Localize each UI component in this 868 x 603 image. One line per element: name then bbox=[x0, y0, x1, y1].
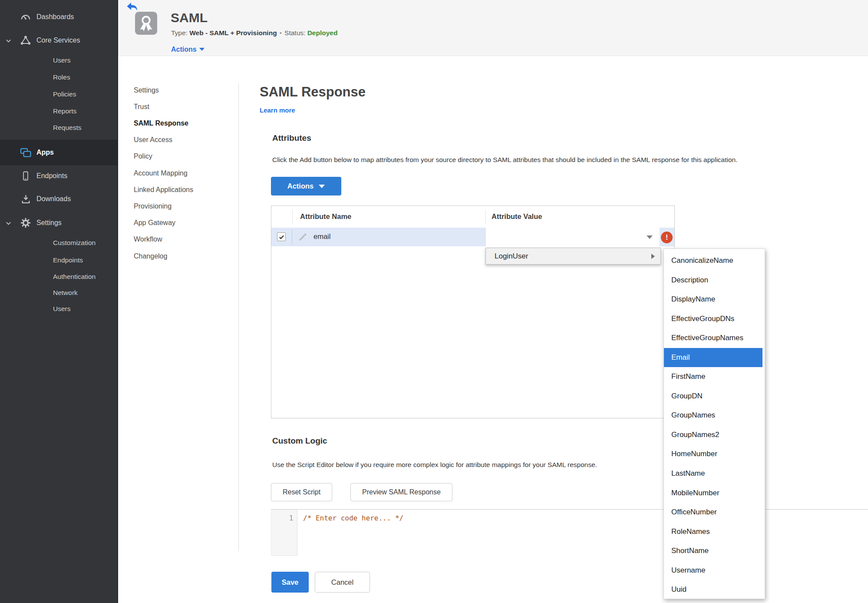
custom-logic-description: Use the Script Editor below if you requi… bbox=[272, 461, 597, 469]
menu-item-label: LoginUser bbox=[495, 252, 528, 261]
subnav-changelog[interactable]: Changelog bbox=[134, 252, 167, 261]
smartphone-icon bbox=[19, 170, 32, 182]
sidebar-label: Dashboards bbox=[36, 13, 74, 21]
submenu-item-mobilenumber[interactable]: MobileNumber bbox=[664, 484, 762, 503]
editor-gutter: 1 bbox=[271, 510, 297, 556]
column-divider bbox=[292, 209, 293, 224]
error-icon: ! bbox=[661, 232, 673, 243]
value-submenu: CanonicalizeNameDescriptionDisplayNameEf… bbox=[663, 248, 765, 599]
submenu-item-shortname[interactable]: ShortName bbox=[664, 541, 762, 561]
sidebar-item-customization[interactable]: Customization bbox=[0, 236, 117, 249]
submenu-item-groupdn[interactable]: GroupDN bbox=[664, 387, 762, 406]
subnav-trust[interactable]: Trust bbox=[134, 103, 149, 111]
submenu-item-effectivegroupdns[interactable]: EffectiveGroupDNs bbox=[664, 309, 762, 329]
submenu-item-lastname[interactable]: LastName bbox=[664, 464, 762, 484]
chevron-down-icon bbox=[319, 185, 325, 188]
row-checkbox[interactable] bbox=[277, 232, 286, 241]
error-glyph: ! bbox=[666, 234, 668, 241]
submenu-item-username[interactable]: Username bbox=[664, 561, 762, 580]
sidebar-label: Endpoints bbox=[36, 172, 67, 180]
sidebar-label: Customization bbox=[53, 239, 96, 247]
sidebar-item-core-services[interactable]: Core Services bbox=[0, 33, 117, 48]
sidebar-item-settings-users[interactable]: Users bbox=[0, 302, 117, 315]
subnav-divider bbox=[238, 83, 239, 551]
page-title: SAML bbox=[171, 10, 208, 25]
chevron-down-icon[interactable] bbox=[5, 220, 13, 226]
section-title: SAML Response bbox=[260, 84, 366, 100]
sidebar-item-requests[interactable]: Requests bbox=[0, 121, 117, 134]
sidebar-item-dashboards[interactable]: Dashboards bbox=[0, 10, 117, 24]
column-divider bbox=[485, 209, 486, 224]
sidebar: Dashboards Core Services Users Roles Pol… bbox=[0, 0, 118, 603]
subnav-linked-applications[interactable]: Linked Applications bbox=[134, 186, 193, 194]
preview-saml-response-button[interactable]: Preview SAML Response bbox=[350, 483, 452, 501]
sidebar-item-roles[interactable]: Roles bbox=[0, 71, 117, 84]
subnav-user-access[interactable]: User Access bbox=[134, 136, 172, 144]
sidebar-label: Reports bbox=[53, 107, 76, 115]
script-editor[interactable]: 1 /* Enter code here... */ bbox=[271, 509, 868, 558]
attributes-actions-button[interactable]: Actions bbox=[271, 177, 341, 195]
submenu-item-description[interactable]: Description bbox=[664, 271, 762, 290]
submenu-item-homenumber[interactable]: HomeNumber bbox=[664, 444, 762, 464]
chevron-down-icon[interactable] bbox=[5, 37, 13, 44]
learn-more-link[interactable]: Learn more bbox=[260, 106, 295, 114]
submenu-item-uuid[interactable]: Uuid bbox=[664, 580, 762, 600]
line-number: 1 bbox=[289, 514, 293, 522]
gauge-icon bbox=[19, 11, 32, 23]
sidebar-item-authentication[interactable]: Authentication bbox=[0, 270, 117, 283]
subnav-app-gateway[interactable]: App Gateway bbox=[134, 219, 175, 227]
cell-divider bbox=[292, 229, 292, 245]
sidebar-item-users[interactable]: Users bbox=[0, 54, 117, 67]
separator-dot: • bbox=[277, 29, 284, 36]
sidebar-item-network[interactable]: Network bbox=[0, 286, 117, 299]
submenu-item-email[interactable]: Email bbox=[664, 348, 762, 368]
submenu-item-displayname[interactable]: DisplayName bbox=[664, 290, 762, 309]
sidebar-item-reports[interactable]: Reports bbox=[0, 105, 117, 118]
column-header-attribute-value: Attribute Value bbox=[492, 212, 542, 221]
submenu-item-canonicalizename[interactable]: CanonicalizeName bbox=[664, 251, 762, 271]
attribute-value-select[interactable] bbox=[486, 228, 660, 246]
edit-pencil-icon[interactable] bbox=[298, 233, 307, 242]
submenu-item-rolenames[interactable]: RoleNames bbox=[664, 522, 762, 542]
column-header-attribute-name: Attribute Name bbox=[300, 212, 351, 221]
subnav-workflow[interactable]: Workflow bbox=[134, 235, 162, 244]
attributes-heading: Attributes bbox=[272, 133, 311, 143]
app-meta: Type: Web - SAML + Provisioning•Status: … bbox=[171, 29, 337, 37]
submenu-item-firstname[interactable]: FirstName bbox=[664, 367, 762, 387]
chevron-down-icon bbox=[647, 235, 653, 239]
sidebar-item-apps[interactable]: Apps bbox=[0, 140, 117, 165]
value-dropdown-menu-item-loginuser[interactable]: LoginUser bbox=[485, 248, 661, 265]
header-actions-label: Actions bbox=[171, 46, 197, 53]
submenu-item-officenumber[interactable]: OfficeNumber bbox=[664, 503, 762, 522]
subnav-settings[interactable]: Settings bbox=[134, 86, 159, 95]
apps-icon bbox=[19, 148, 32, 158]
chevron-down-icon bbox=[199, 48, 205, 51]
back-arrow-icon[interactable] bbox=[126, 2, 138, 12]
sidebar-label: Users bbox=[53, 56, 70, 64]
app-header: SAML Type: Web - SAML + Provisioning•Sta… bbox=[117, 0, 868, 56]
app-screen: Dashboards Core Services Users Roles Pol… bbox=[0, 0, 868, 603]
sidebar-label: Policies bbox=[53, 90, 76, 98]
subnav-account-mapping[interactable]: Account Mapping bbox=[134, 169, 188, 178]
subnav-provisioning[interactable]: Provisioning bbox=[134, 202, 172, 211]
sidebar-label: Core Services bbox=[36, 36, 80, 44]
sidebar-item-settings-endpoints[interactable]: Endpoints bbox=[0, 254, 117, 267]
custom-logic-heading: Custom Logic bbox=[272, 436, 327, 446]
subnav-saml-response[interactable]: SAML Response bbox=[134, 119, 188, 128]
sidebar-item-policies[interactable]: Policies bbox=[0, 88, 117, 101]
sidebar-label: Endpoints bbox=[53, 256, 83, 264]
save-button[interactable]: Save bbox=[271, 572, 309, 593]
sidebar-item-downloads[interactable]: Downloads bbox=[0, 192, 117, 206]
cancel-button[interactable]: Cancel bbox=[315, 572, 370, 593]
subnav-policy[interactable]: Policy bbox=[134, 152, 152, 161]
submenu-item-groupnames[interactable]: GroupNames bbox=[664, 406, 762, 425]
sidebar-label: Roles bbox=[53, 73, 70, 81]
submenu-item-effectivegroupnames[interactable]: EffectiveGroupNames bbox=[664, 328, 762, 348]
sidebar-item-endpoints[interactable]: Endpoints bbox=[0, 169, 117, 183]
reset-script-button[interactable]: Reset Script bbox=[271, 483, 332, 501]
saml-app-icon bbox=[135, 12, 157, 35]
header-actions-menu[interactable]: Actions bbox=[171, 45, 205, 54]
sidebar-item-settings[interactable]: Settings bbox=[0, 215, 117, 230]
chevron-right-icon bbox=[651, 254, 655, 259]
submenu-item-groupnames2[interactable]: GroupNames2 bbox=[664, 425, 762, 445]
